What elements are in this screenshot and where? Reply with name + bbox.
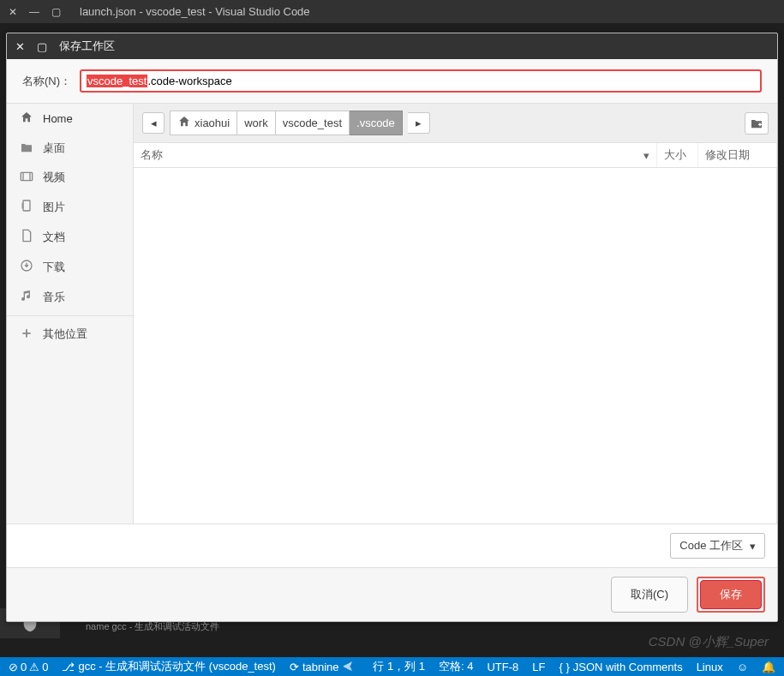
- sidebar-item-label: 图片: [43, 200, 65, 215]
- sidebar-item-label: 桌面: [43, 141, 65, 156]
- filename-rest-part: .code-workspace: [147, 75, 231, 87]
- status-eol[interactable]: LF: [527, 661, 550, 673]
- sidebar-item-label: 音乐: [43, 290, 65, 305]
- status-build-task[interactable]: ⎇ gcc - 生成和调试活动文件 (vscode_test): [57, 659, 280, 674]
- window-titlebar: ✕ — ▢ launch.json - vscode_test - Visual…: [0, 0, 784, 23]
- status-encoding[interactable]: UTF-8: [482, 661, 524, 673]
- save-button[interactable]: 保存: [700, 580, 762, 609]
- braces-icon: { }: [559, 661, 569, 673]
- file-type-filter[interactable]: Code 工作区 ▾: [670, 533, 765, 559]
- download-icon: [19, 259, 34, 275]
- filename-label: 名称(N)：: [22, 74, 71, 89]
- create-folder-button[interactable]: [745, 112, 769, 135]
- dialog-actions: 取消(C) 保存: [7, 567, 777, 621]
- status-bar: ⊘0 ⚠0 ⎇ gcc - 生成和调试活动文件 (vscode_test) ⟳ …: [0, 657, 784, 676]
- status-language[interactable]: { } JSON with Comments: [554, 661, 687, 673]
- dialog-close-icon[interactable]: ✕: [15, 40, 25, 53]
- svg-rect-4: [21, 203, 24, 209]
- plus-icon: [19, 327, 34, 342]
- sidebar-item-下载[interactable]: 下载: [7, 252, 133, 282]
- filename-row: 名称(N)： vscode_test.code-workspace: [7, 59, 777, 104]
- path-back-button[interactable]: ◂: [142, 112, 165, 134]
- svg-rect-2: [29, 172, 30, 180]
- status-os[interactable]: Linux: [691, 661, 728, 673]
- error-icon: ⊘: [9, 661, 18, 673]
- bell-icon: 🔔: [762, 661, 775, 673]
- path-segment-.vscode[interactable]: .vscode: [350, 111, 403, 135]
- file-list-body[interactable]: [134, 168, 777, 523]
- file-browser: Home桌面视频图片文档下载音乐其他位置 ◂ xiaohuiworkvscode…: [7, 104, 777, 523]
- sidebar-item-图片[interactable]: 图片: [7, 192, 133, 222]
- filename-input[interactable]: vscode_test.code-workspace: [80, 69, 762, 93]
- path-forward-button[interactable]: ▸: [408, 112, 430, 134]
- editor-line-behind: name gcc - 生成和调试活动文件: [86, 620, 219, 633]
- branch-icon: ⎇: [62, 661, 75, 673]
- column-size[interactable]: 大小: [657, 143, 698, 167]
- filter-row: Code 工作区 ▾: [7, 523, 777, 567]
- path-segment-vscode_test[interactable]: vscode_test: [276, 111, 350, 135]
- places-sidebar: Home桌面视频图片文档下载音乐其他位置: [7, 104, 134, 523]
- status-problems[interactable]: ⊘0 ⚠0: [3, 661, 53, 673]
- sidebar-item-视频[interactable]: 视频: [7, 163, 133, 192]
- tabnine-icon: ⟳: [290, 661, 299, 673]
- image-icon: [19, 199, 34, 215]
- video-icon: [19, 170, 34, 185]
- chevron-left-icon: ⮜: [343, 661, 354, 673]
- status-cursor-position[interactable]: 行 1，列 1: [368, 659, 430, 674]
- feedback-icon: ☺: [737, 661, 748, 673]
- sidebar-item-label: Home: [43, 112, 73, 125]
- save-button-highlight: 保存: [697, 577, 765, 613]
- path-bar: ◂ xiaohuiworkvscode_test.vscode ▸: [134, 104, 777, 143]
- sidebar-item-其他位置[interactable]: 其他位置: [7, 315, 133, 349]
- dialog-title: 保存工作区: [59, 39, 115, 54]
- watermark: CSDN @小辉_Super: [649, 634, 769, 650]
- status-feedback[interactable]: ☺: [732, 661, 753, 673]
- sidebar-item-home[interactable]: Home: [7, 104, 133, 134]
- file-list-header: 名称 ▾ 大小 修改日期: [134, 143, 777, 168]
- svg-rect-7: [759, 123, 760, 126]
- chevron-down-icon: ▾: [750, 540, 756, 553]
- sidebar-item-label: 下载: [43, 260, 65, 275]
- close-icon[interactable]: ✕: [9, 6, 17, 18]
- maximize-icon[interactable]: ▢: [51, 6, 61, 18]
- sidebar-item-文档[interactable]: 文档: [7, 222, 133, 252]
- sidebar-item-label: 视频: [43, 170, 65, 185]
- column-name[interactable]: 名称 ▾: [134, 143, 657, 167]
- svg-rect-1: [22, 172, 23, 180]
- svg-rect-3: [23, 200, 30, 211]
- music-icon: [19, 289, 34, 305]
- minimize-icon[interactable]: —: [29, 6, 39, 18]
- sidebar-item-label: 其他位置: [43, 326, 87, 342]
- dialog-titlebar: ✕ ▢ 保存工作区: [7, 33, 777, 59]
- home-icon: [19, 111, 34, 127]
- sidebar-item-音乐[interactable]: 音乐: [7, 282, 133, 312]
- cancel-button[interactable]: 取消(C): [611, 577, 688, 613]
- status-bell[interactable]: 🔔: [757, 661, 781, 673]
- column-date[interactable]: 修改日期: [698, 143, 777, 167]
- dialog-maximize-icon[interactable]: ▢: [37, 40, 47, 53]
- status-indent[interactable]: 空格: 4: [434, 659, 478, 674]
- filename-selected-part: vscode_test: [87, 75, 147, 87]
- window-title: launch.json - vscode_test - Visual Studi…: [80, 5, 310, 18]
- document-icon: [19, 229, 34, 245]
- sidebar-item-桌面[interactable]: 桌面: [7, 134, 133, 163]
- home-icon: [177, 115, 191, 131]
- sort-indicator-icon: ▾: [643, 149, 649, 162]
- status-tabnine[interactable]: ⟳ tabnine ⮜: [284, 661, 359, 673]
- warning-icon: ⚠: [29, 661, 39, 673]
- sidebar-item-label: 文档: [43, 230, 65, 245]
- folder-icon: [19, 141, 34, 156]
- save-workspace-dialog: ✕ ▢ 保存工作区 名称(N)： vscode_test.code-worksp…: [6, 33, 778, 622]
- path-segment-work[interactable]: work: [237, 111, 275, 135]
- browser-main: ◂ xiaohuiworkvscode_test.vscode ▸ 名称 ▾ 大…: [134, 104, 777, 523]
- path-segment-xiaohui[interactable]: xiaohui: [170, 111, 237, 135]
